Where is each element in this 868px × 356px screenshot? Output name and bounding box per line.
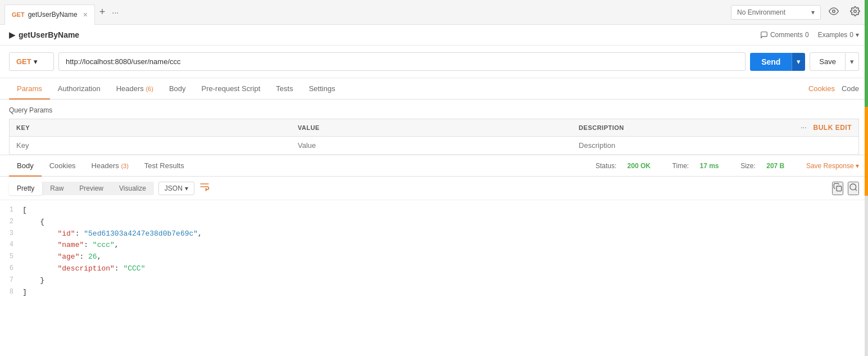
- res-tab-body[interactable]: Body: [9, 156, 42, 177]
- key-input[interactable]: [16, 141, 284, 150]
- tab-body-label: Body: [169, 84, 186, 93]
- code-line-2: 2 {: [0, 217, 868, 228]
- res-tab-cookies-label: Cookies: [49, 161, 76, 170]
- gear-icon-button[interactable]: [847, 3, 864, 22]
- format-tab-visualize[interactable]: Visualize: [111, 182, 154, 195]
- comments-count: 0: [805, 31, 809, 39]
- language-selector[interactable]: JSON ▾: [158, 182, 194, 195]
- size-value: 207 B: [766, 162, 784, 170]
- language-dropdown-arrow: ▾: [185, 184, 188, 192]
- format-tab-preview[interactable]: Preview: [71, 182, 111, 195]
- request-name-arrow: ▶: [9, 30, 15, 39]
- response-code-area: 1 [ 2 { 3 "id": "5ed61303a4247e38d0b7e69…: [0, 200, 868, 301]
- code-line-4: 4 "name": "ccc",: [0, 240, 868, 251]
- url-input[interactable]: [58, 52, 746, 71]
- size-label: Size:: [740, 162, 757, 170]
- cookies-link[interactable]: Cookies: [808, 84, 835, 93]
- save-response-button[interactable]: Save Response ▾: [806, 162, 859, 170]
- res-tab-test-results[interactable]: Test Results: [137, 156, 192, 177]
- comments-button[interactable]: Comments 0: [760, 31, 809, 39]
- value-column-header: VALUE: [291, 119, 572, 137]
- eye-icon-button[interactable]: [825, 3, 842, 22]
- key-input-cell[interactable]: [10, 137, 291, 155]
- tab-method-badge: GET: [12, 11, 25, 18]
- response-format-controls: Pretty Raw Preview Visualize JSON ▾: [9, 181, 210, 195]
- response-section: Body Cookies Headers (3) Test Results St…: [0, 155, 868, 301]
- save-button-group: Save ▾: [810, 52, 859, 71]
- tab-body[interactable]: Body: [161, 79, 194, 100]
- request-name-right: Comments 0 Examples 0 ▾: [760, 31, 859, 39]
- description-input[interactable]: [579, 141, 852, 150]
- tab-bar-left: GET getUserByName × + ···: [4, 2, 121, 22]
- res-tab-body-label: Body: [17, 161, 34, 170]
- value-input[interactable]: [298, 141, 565, 150]
- query-params-section: Query Params KEY VALUE DESCRIPTION ··· B…: [0, 100, 868, 155]
- description-input-cell[interactable]: [572, 137, 858, 155]
- value-input-cell[interactable]: [291, 137, 572, 155]
- code-line-5: 5 "age": 26,: [0, 251, 868, 263]
- examples-count: 0: [849, 31, 853, 39]
- tab-close-button[interactable]: ×: [83, 10, 88, 19]
- method-dropdown-arrow: ▾: [34, 57, 38, 66]
- request-name: ▶ getUserByName: [9, 30, 79, 39]
- tab-bar: GET getUserByName × + ··· No Environment…: [0, 0, 868, 25]
- tab-params-label: Params: [17, 84, 42, 93]
- send-button[interactable]: Send: [750, 53, 792, 71]
- add-tab-button[interactable]: +: [97, 4, 108, 20]
- format-tab-pretty[interactable]: Pretty: [9, 182, 42, 195]
- examples-dropdown-arrow: ▾: [856, 31, 859, 39]
- env-dropdown-arrow: ▾: [811, 8, 815, 16]
- status-bar-gray: [865, 196, 868, 301]
- res-tab-test-results-label: Test Results: [144, 161, 184, 170]
- description-column-header: DESCRIPTION ··· Bulk Edit: [572, 119, 858, 137]
- code-link[interactable]: Code: [842, 84, 859, 93]
- tab-tests-label: Tests: [276, 84, 293, 93]
- svg-rect-2: [837, 186, 842, 191]
- tab-headers[interactable]: Headers (6): [108, 79, 161, 100]
- more-tabs-button[interactable]: ···: [110, 6, 121, 19]
- save-dropdown-arrow: ▾: [850, 57, 854, 66]
- more-options-icon[interactable]: ···: [801, 124, 807, 131]
- environment-selector[interactable]: No Environment ▾: [731, 5, 821, 20]
- svg-point-1: [854, 10, 857, 12]
- comments-label: Comments: [770, 31, 803, 39]
- env-label: No Environment: [737, 8, 785, 16]
- tab-name-label: getUserByName: [28, 11, 78, 19]
- format-tab-raw[interactable]: Raw: [42, 182, 71, 195]
- res-tab-headers[interactable]: Headers (3): [84, 156, 137, 177]
- examples-button[interactable]: Examples 0 ▾: [818, 31, 859, 39]
- send-button-group: Send ▾: [750, 53, 805, 71]
- status-bar-green: [865, 0, 868, 107]
- side-status-bar: [865, 0, 868, 301]
- svg-point-3: [850, 184, 856, 190]
- request-tabs-left: Params Authorization Headers (6) Body Pr…: [9, 78, 343, 99]
- request-tab-getUserByName[interactable]: GET getUserByName ×: [4, 4, 95, 25]
- bulk-edit-button[interactable]: Bulk Edit: [814, 124, 852, 132]
- tab-params[interactable]: Params: [9, 79, 50, 100]
- word-wrap-icon[interactable]: [199, 181, 210, 195]
- copy-button[interactable]: [832, 182, 843, 195]
- tab-pre-request[interactable]: Pre-request Script: [194, 79, 269, 100]
- save-dropdown-button[interactable]: ▾: [846, 52, 859, 71]
- res-tab-cookies[interactable]: Cookies: [42, 156, 84, 177]
- url-bar: GET ▾ Send ▾ Save ▾: [0, 46, 868, 78]
- response-tabs-left: Body Cookies Headers (3) Test Results: [9, 155, 192, 176]
- response-body-toolbar: Pretty Raw Preview Visualize JSON ▾: [0, 177, 868, 200]
- code-line-3: 3 "id": "5ed61303a4247e38d0b7e69c",: [0, 228, 868, 240]
- save-button[interactable]: Save: [810, 52, 846, 71]
- response-status-info: Status: 200 OK Time: 17 ms Size: 207 B S…: [596, 162, 859, 170]
- headers-badge: (6): [146, 85, 153, 92]
- tab-authorization[interactable]: Authorization: [50, 79, 108, 100]
- search-button[interactable]: [848, 182, 859, 195]
- tab-settings[interactable]: Settings: [301, 79, 343, 100]
- format-tabs: Pretty Raw Preview Visualize: [9, 182, 154, 195]
- svg-point-0: [833, 10, 835, 12]
- tab-tests[interactable]: Tests: [268, 79, 301, 100]
- method-selector[interactable]: GET ▾: [9, 52, 54, 71]
- status-label: Status:: [596, 162, 619, 170]
- send-dropdown-button[interactable]: ▾: [792, 53, 805, 71]
- table-row: [10, 137, 859, 155]
- res-headers-badge: (3): [121, 163, 128, 169]
- tab-authorization-label: Authorization: [58, 84, 101, 93]
- request-tabs: Params Authorization Headers (6) Body Pr…: [0, 78, 868, 100]
